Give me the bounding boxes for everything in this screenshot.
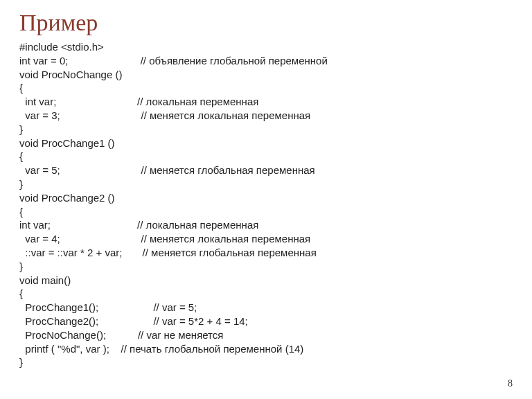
page-number: 8 — [508, 378, 513, 389]
code-line: int var; // локальная переменная — [19, 96, 258, 107]
code-line: void ProcChange2 () — [19, 192, 115, 204]
code-line: { — [19, 287, 23, 299]
code-line: ::var = ::var * 2 + var; // меняется гло… — [19, 247, 317, 258]
code-line: } — [19, 123, 23, 135]
code-line: void ProcNoChange () — [19, 69, 122, 80]
code-line: int var; // локальная переменная — [19, 219, 258, 231]
code-line: var = 3; // меняется локальная переменна… — [19, 109, 310, 121]
code-line: { — [19, 82, 23, 94]
code-line: ProcChange2(); // var = 5*2 + 4 = 14; — [19, 315, 248, 327]
code-line: void ProcChange1 () — [19, 137, 115, 149]
code-line: var = 5; // меняется глобальная переменн… — [19, 164, 315, 176]
code-line: } — [19, 178, 23, 190]
code-line: ProcChange1(); // var = 5; — [19, 301, 197, 313]
code-line: #include <stdio.h> — [19, 41, 104, 53]
code-line: var = 4; // меняется локальная переменна… — [19, 233, 310, 245]
code-block: #include <stdio.h> int var = 0; // объяв… — [19, 40, 513, 369]
code-line: printf ( "%d", var ); // печать глобальн… — [19, 343, 303, 355]
slide-title: Пример — [19, 10, 513, 36]
code-line: { — [19, 206, 23, 218]
code-line: int var = 0; // объявление глобальной пе… — [19, 55, 328, 66]
code-line: { — [19, 150, 23, 162]
code-line: ProcNoChange(); // var не меняется — [19, 329, 223, 341]
code-line: } — [19, 356, 23, 368]
code-line: void main() — [19, 274, 71, 286]
code-line: } — [19, 260, 23, 272]
slide: Пример #include <stdio.h> int var = 0; /… — [0, 0, 532, 399]
